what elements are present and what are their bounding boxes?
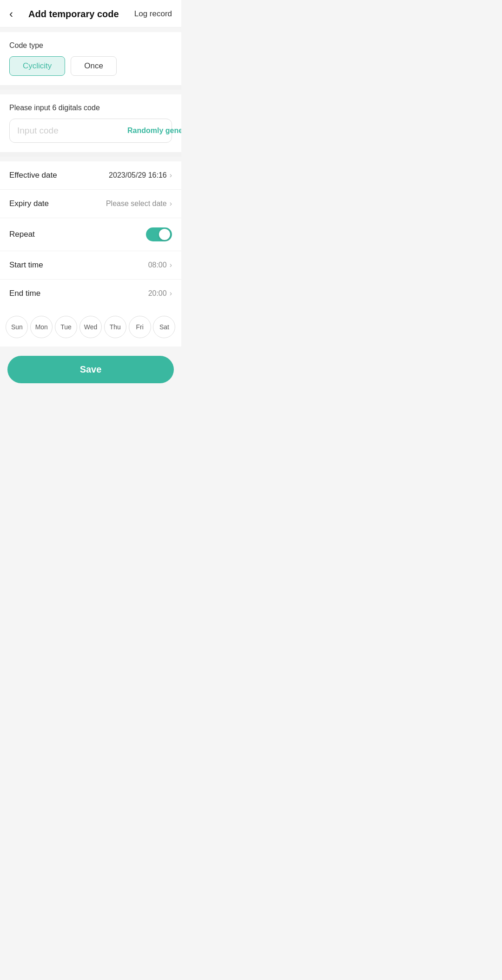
expiry-date-row[interactable]: Expiry date Please select date › — [0, 190, 181, 218]
repeat-label: Repeat — [9, 230, 35, 239]
end-time-label: End time — [9, 289, 40, 298]
code-input-row: Randomly generated — [9, 119, 172, 143]
start-time-label: Start time — [9, 260, 43, 270]
day-wed-button[interactable]: Wed — [79, 316, 102, 338]
days-section: SunMonTueWedThuFriSat — [0, 307, 181, 347]
once-button[interactable]: Once — [71, 56, 117, 76]
back-button[interactable]: ‹ — [9, 8, 13, 20]
repeat-row: Repeat — [0, 218, 181, 251]
settings-section: Effective date 2023/05/29 16:16 › Expiry… — [0, 161, 181, 307]
divider-2 — [0, 152, 181, 157]
end-time-row[interactable]: End time 20:00 › — [0, 280, 181, 307]
effective-date-label: Effective date — [9, 171, 57, 180]
expiry-date-chevron: › — [170, 200, 172, 208]
day-thu-button[interactable]: Thu — [104, 316, 126, 338]
page-title: Add temporary code — [13, 9, 134, 20]
save-button[interactable]: Save — [7, 356, 174, 383]
day-sat-button[interactable]: Sat — [153, 316, 175, 338]
log-record-button[interactable]: Log record — [134, 9, 172, 19]
repeat-toggle-wrapper — [146, 227, 172, 241]
randomly-generated-button[interactable]: Randomly generated — [127, 127, 181, 135]
day-mon-button[interactable]: Mon — [30, 316, 53, 338]
start-time-value: 08:00 › — [148, 261, 172, 269]
expiry-date-label: Expiry date — [9, 199, 49, 208]
end-time-chevron: › — [170, 289, 172, 298]
code-input-label: Please input 6 digitals code — [9, 104, 172, 112]
day-sun-button[interactable]: Sun — [6, 316, 28, 338]
toggle-slider — [146, 227, 172, 241]
effective-date-chevron: › — [170, 171, 172, 180]
end-time-value: 20:00 › — [148, 289, 172, 298]
save-section: Save — [0, 347, 181, 397]
day-fri-button[interactable]: Fri — [129, 316, 151, 338]
effective-date-value: 2023/05/29 16:16 › — [109, 171, 172, 180]
divider-1 — [0, 85, 181, 90]
code-input-field[interactable] — [17, 126, 127, 136]
day-tue-button[interactable]: Tue — [55, 316, 77, 338]
header: ‹ Add temporary code Log record — [0, 0, 181, 27]
start-time-row[interactable]: Start time 08:00 › — [0, 251, 181, 280]
effective-date-row[interactable]: Effective date 2023/05/29 16:16 › — [0, 161, 181, 190]
expiry-date-value: Please select date › — [106, 200, 172, 208]
code-type-label: Code type — [9, 41, 172, 50]
start-time-chevron: › — [170, 261, 172, 269]
code-type-buttons: Cyclicity Once — [9, 56, 172, 76]
cyclicity-button[interactable]: Cyclicity — [9, 56, 65, 76]
code-input-section: Please input 6 digitals code Randomly ge… — [0, 94, 181, 152]
days-row: SunMonTueWedThuFriSat — [6, 316, 176, 338]
code-type-section: Code type Cyclicity Once — [0, 32, 181, 85]
repeat-toggle[interactable] — [146, 227, 172, 241]
